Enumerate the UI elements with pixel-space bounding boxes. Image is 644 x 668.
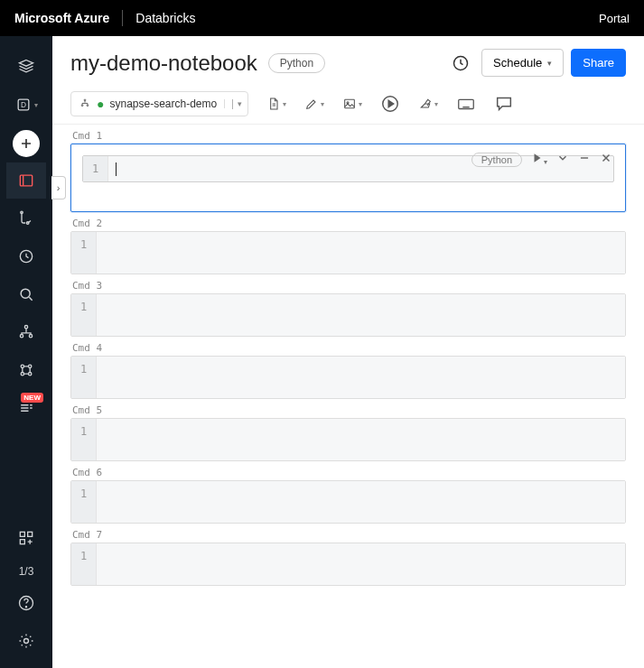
notebook-title[interactable]: my-demo-notebook (70, 51, 257, 76)
workspace-icon[interactable]: D ▾ (6, 87, 46, 123)
search-icon[interactable] (6, 276, 46, 312)
line-number-gutter: 1 (71, 232, 97, 274)
svg-point-8 (20, 335, 23, 338)
line-number-gutter: 1 (71, 543, 97, 585)
svg-point-21 (84, 99, 86, 101)
notebook-cell[interactable]: 1 (70, 480, 626, 524)
chevron-down-icon[interactable] (556, 152, 569, 167)
portal-link[interactable]: Portal (599, 12, 630, 25)
code-editor[interactable] (97, 294, 625, 336)
svg-point-18 (25, 607, 26, 608)
code-editor[interactable] (97, 357, 625, 398)
svg-point-23 (87, 105, 89, 107)
svg-rect-2 (20, 175, 32, 186)
schedule-label: Schedule (493, 56, 542, 70)
notebook-cell[interactable]: 1 (70, 418, 626, 461)
svg-rect-15 (28, 532, 33, 536)
clear-icon[interactable]: ▾ (418, 94, 438, 114)
title-row: my-demo-notebook Python Schedule▾ Share (52, 36, 644, 80)
expand-sidebar-tab[interactable]: › (52, 176, 66, 199)
sidebar: D ▾ NEW 1/3 (0, 36, 52, 668)
cluster-attach[interactable]: ● synapse-search-demo │ ▾ (70, 91, 248, 116)
data-icon[interactable] (6, 314, 46, 350)
compute-icon[interactable] (6, 352, 46, 388)
notebook-cell[interactable]: 1 (70, 231, 626, 274)
svg-point-3 (21, 211, 23, 214)
svg-point-9 (29, 335, 32, 338)
image-icon[interactable]: ▾ (342, 94, 362, 114)
cluster-name: synapse-search-demo (109, 97, 217, 110)
code-editor[interactable] (97, 481, 625, 523)
cell-label: Cmd 4 (72, 342, 626, 354)
svg-rect-24 (345, 99, 355, 107)
svg-rect-14 (20, 532, 24, 536)
cell-label: Cmd 6 (72, 467, 626, 478)
new-badge: NEW (21, 393, 43, 403)
svg-point-11 (29, 365, 32, 367)
cell-body[interactable]: 1 (71, 294, 625, 336)
help-icon[interactable] (6, 585, 46, 621)
file-icon[interactable]: ▾ (266, 94, 286, 114)
sidebar-counter: 1/3 (19, 558, 34, 585)
cell-body[interactable]: 1 (71, 481, 625, 523)
workspace-nav-icon[interactable] (6, 162, 46, 199)
svg-point-22 (81, 105, 83, 107)
keyboard-icon[interactable] (456, 94, 476, 114)
revision-history-icon[interactable] (449, 51, 472, 75)
product-label: Databricks (135, 11, 195, 25)
cell-body[interactable]: 1 (71, 232, 625, 274)
notebook-scroll[interactable]: › Cmd 1Python▾1Cmd 21Cmd 31Cmd 41Cmd 51C… (52, 125, 644, 668)
edit-icon[interactable]: ▾ (304, 94, 324, 114)
top-header: Microsoft Azure Databricks Portal (0, 0, 644, 36)
recents-icon[interactable] (6, 238, 46, 274)
cell-body[interactable]: 1 (71, 419, 625, 460)
experiments-icon[interactable] (6, 520, 46, 556)
cell-label: Cmd 3 (72, 280, 626, 292)
cell-toolbar: Python▾ (471, 152, 612, 167)
cells-container: Cmd 1Python▾1Cmd 21Cmd 31Cmd 41Cmd 51Cmd… (52, 130, 644, 604)
logo-icon[interactable] (6, 49, 46, 85)
main-area: my-demo-notebook Python Schedule▾ Share … (52, 36, 644, 668)
run-cell-icon[interactable]: ▾ (531, 152, 547, 167)
schedule-button[interactable]: Schedule▾ (481, 49, 564, 77)
text-cursor (116, 162, 117, 176)
line-number-gutter: 1 (71, 419, 97, 460)
cell-body[interactable]: 1 (71, 543, 625, 585)
svg-point-10 (21, 365, 23, 367)
code-editor[interactable] (97, 419, 625, 460)
line-number-gutter: 1 (71, 357, 97, 398)
svg-rect-16 (20, 540, 24, 544)
brand-label: Microsoft Azure (14, 11, 109, 25)
svg-point-12 (21, 373, 23, 376)
line-number-gutter: 1 (71, 481, 97, 523)
svg-point-19 (24, 639, 29, 644)
notebook-toolbar: ● synapse-search-demo │ ▾ ▾ ▾ ▾ ▾ (52, 86, 644, 125)
settings-icon[interactable] (6, 623, 46, 659)
code-editor[interactable] (97, 232, 625, 274)
share-button[interactable]: Share (571, 49, 626, 77)
cell-language-pill[interactable]: Python (471, 153, 522, 167)
workflows-icon[interactable]: NEW (6, 390, 46, 426)
svg-text:D: D (21, 100, 26, 109)
comments-icon[interactable] (494, 94, 514, 114)
notebook-cell[interactable]: Python▾1 (70, 144, 626, 212)
svg-point-13 (29, 373, 32, 376)
cell-label: Cmd 2 (72, 218, 626, 229)
notebook-cell[interactable]: 1 (70, 543, 626, 586)
run-all-icon[interactable] (380, 94, 400, 114)
cell-body[interactable]: 1 (71, 357, 625, 398)
notebook-cell[interactable]: 1 (70, 293, 626, 337)
close-icon[interactable] (600, 152, 612, 167)
minimize-icon[interactable] (578, 152, 591, 167)
svg-point-7 (24, 326, 27, 329)
cluster-status-dot: ● (97, 97, 104, 111)
line-number-gutter: 1 (83, 156, 108, 181)
notebook-cell[interactable]: 1 (70, 356, 626, 399)
chevron-down-icon: │ ▾ (224, 99, 242, 108)
cell-label: Cmd 1 (72, 130, 626, 142)
repos-icon[interactable] (6, 200, 46, 237)
create-button[interactable] (13, 130, 40, 157)
code-editor[interactable] (97, 543, 625, 585)
line-number-gutter: 1 (71, 294, 97, 336)
language-pill[interactable]: Python (268, 53, 325, 73)
